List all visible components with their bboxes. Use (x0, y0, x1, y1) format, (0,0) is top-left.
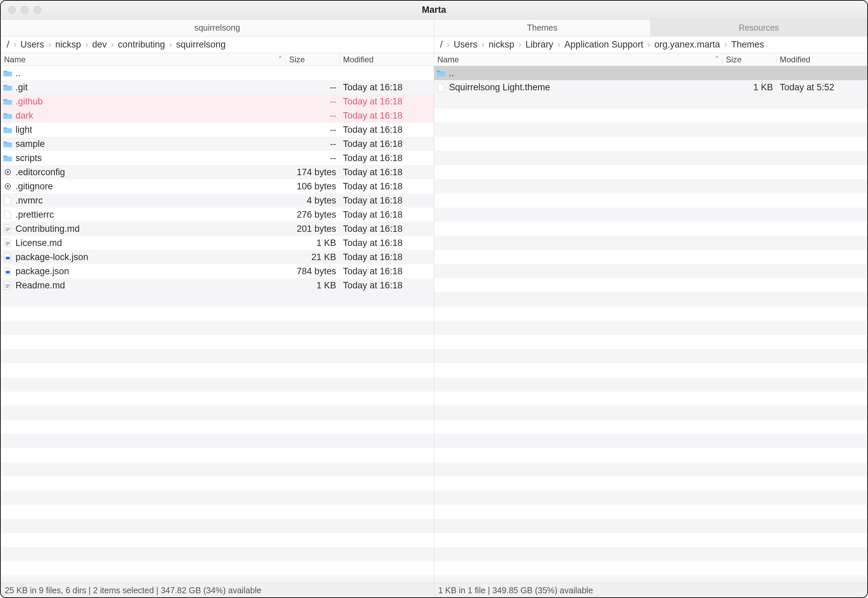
file-name: dark (15, 111, 33, 121)
chevron-right-icon: › (111, 39, 114, 50)
chevron-right-icon: › (169, 39, 172, 50)
chevron-right-icon: › (518, 39, 521, 50)
file-row[interactable]: dark--Today at 16:18 (1, 109, 434, 123)
tab-bar-left: squirrelsong (1, 19, 434, 36)
breadcrumb-right[interactable]: /›Users›nicksp›Library›Application Suppo… (434, 36, 868, 53)
file-modified: Today at 16:18 (339, 224, 434, 234)
breadcrumb-left[interactable]: /›Users›nicksp›dev›contributing›squirrel… (1, 36, 434, 53)
col-size-left[interactable]: Size (286, 53, 340, 66)
chevron-right-icon: › (647, 39, 650, 50)
file-row[interactable]: .git--Today at 16:18 (1, 80, 434, 94)
svg-rect-4 (6, 228, 10, 229)
svg-rect-13 (6, 286, 10, 286)
file-name: License.md (15, 238, 62, 248)
file-size: 21 KB (285, 252, 339, 262)
file-size: 201 bytes (285, 224, 339, 234)
file-row[interactable]: .prettierrc276 bytesToday at 16:18 (1, 208, 434, 222)
file-modified: Today at 16:18 (339, 167, 434, 178)
crumb-segment[interactable]: / (7, 39, 9, 50)
file-size: 4 bytes (285, 196, 339, 206)
breadcrumb-row: /›Users›nicksp›dev›contributing›squirrel… (1, 36, 867, 53)
file-name: .github (15, 96, 43, 107)
file-modified: Today at 16:18 (339, 96, 434, 107)
panes: ...git--Today at 16:18.github--Today at … (1, 66, 867, 583)
md-icon (3, 225, 12, 233)
column-headers-row: Name˄ Size Modified Name˄ Size Modified (1, 53, 867, 66)
crumb-segment[interactable]: dev (92, 39, 107, 50)
folder-icon (437, 69, 446, 77)
file-row[interactable]: .gitignore106 bytesToday at 16:18 (1, 179, 434, 193)
crumb-segment[interactable]: nicksp (55, 39, 81, 50)
col-modified-right[interactable]: Modified (776, 53, 867, 66)
col-size-right[interactable]: Size (723, 53, 776, 66)
file-modified: Today at 16:18 (339, 238, 434, 248)
svg-rect-8 (6, 243, 10, 244)
gear-icon (3, 168, 12, 176)
file-icon (3, 211, 12, 219)
file-name: .gitignore (15, 181, 53, 192)
crumb-segment[interactable]: nicksp (489, 39, 515, 50)
file-row[interactable]: Contributing.md201 bytesToday at 16:18 (1, 222, 434, 236)
app-title: Marta (1, 5, 867, 15)
svg-rect-11 (6, 271, 10, 274)
file-row[interactable]: .. (434, 66, 867, 80)
status-bar: 25 KB in 9 files, 6 dirs | 2 items selec… (1, 583, 867, 597)
file-name: .editorconfig (15, 167, 65, 178)
file-row[interactable]: sample--Today at 16:18 (1, 137, 434, 151)
crumb-segment[interactable]: Themes (731, 39, 764, 50)
crumb-segment[interactable]: Application Support (565, 39, 643, 50)
tab-left-0[interactable]: squirrelsong (1, 19, 434, 36)
file-name: .. (449, 68, 454, 79)
crumb-segment[interactable]: Library (526, 39, 553, 50)
file-icon (3, 196, 12, 205)
title-bar: Marta (1, 1, 867, 19)
file-row[interactable]: light--Today at 16:18 (1, 123, 434, 137)
pane-left: ...git--Today at 16:18.github--Today at … (1, 66, 434, 583)
file-modified: Today at 16:18 (339, 153, 434, 163)
file-size: -- (285, 111, 339, 121)
chevron-right-icon: › (85, 39, 88, 50)
crumb-segment[interactable]: / (440, 39, 443, 50)
crumb-segment[interactable]: contributing (118, 39, 165, 50)
svg-rect-5 (6, 229, 10, 230)
file-name: sample (15, 139, 45, 149)
file-list-left[interactable]: ...git--Today at 16:18.github--Today at … (1, 66, 434, 583)
col-name-right[interactable]: Name˄ (434, 53, 723, 66)
file-modified: Today at 16:18 (339, 111, 434, 121)
file-modified: Today at 16:18 (339, 139, 434, 149)
file-row[interactable]: package-lock.json21 KBToday at 16:18 (1, 250, 434, 264)
chevron-right-icon: › (48, 39, 51, 50)
column-headers-right: Name˄ Size Modified (434, 53, 868, 66)
crumb-segment[interactable]: squirrelsong (176, 39, 226, 50)
tab-right-0[interactable]: Themes (434, 19, 651, 36)
col-modified-left[interactable]: Modified (340, 53, 434, 66)
svg-rect-14 (6, 287, 8, 288)
file-row[interactable]: .. (1, 66, 434, 80)
file-list-right[interactable]: ..Squirrelsong Light.theme1 KBToday at 5… (434, 66, 867, 583)
filler (1, 292, 434, 583)
file-row[interactable]: Squirrelsong Light.theme1 KBToday at 5:5… (434, 80, 867, 94)
file-modified: Today at 16:18 (339, 82, 434, 93)
file-name: Squirrelsong Light.theme (449, 82, 550, 93)
col-name-label: Name (4, 55, 25, 64)
chevron-right-icon: › (557, 39, 560, 50)
pane-right: ..Squirrelsong Light.theme1 KBToday at 5… (434, 66, 867, 583)
col-name-left[interactable]: Name˄ (1, 53, 286, 66)
file-size: -- (285, 139, 339, 149)
file-row[interactable]: .editorconfig174 bytesToday at 16:18 (1, 165, 434, 179)
file-name: .nvmrc (15, 196, 43, 206)
file-name: scripts (15, 153, 42, 163)
file-modified: Today at 16:18 (339, 209, 434, 220)
filler (434, 94, 867, 583)
file-row[interactable]: scripts--Today at 16:18 (1, 151, 434, 165)
tab-right-1[interactable]: Resources (651, 19, 867, 36)
file-row[interactable]: .nvmrc4 bytesToday at 16:18 (1, 193, 434, 208)
file-row[interactable]: .github--Today at 16:18 (1, 94, 434, 109)
crumb-segment[interactable]: Users (21, 39, 45, 50)
crumb-segment[interactable]: Users (454, 39, 478, 50)
file-row[interactable]: package.json784 bytesToday at 16:18 (1, 264, 434, 278)
file-row[interactable]: Readme.md1 KBToday at 16:18 (1, 278, 434, 292)
file-size: 174 bytes (285, 167, 339, 178)
crumb-segment[interactable]: org.yanex.marta (654, 39, 720, 50)
file-row[interactable]: License.md1 KBToday at 16:18 (1, 236, 434, 250)
